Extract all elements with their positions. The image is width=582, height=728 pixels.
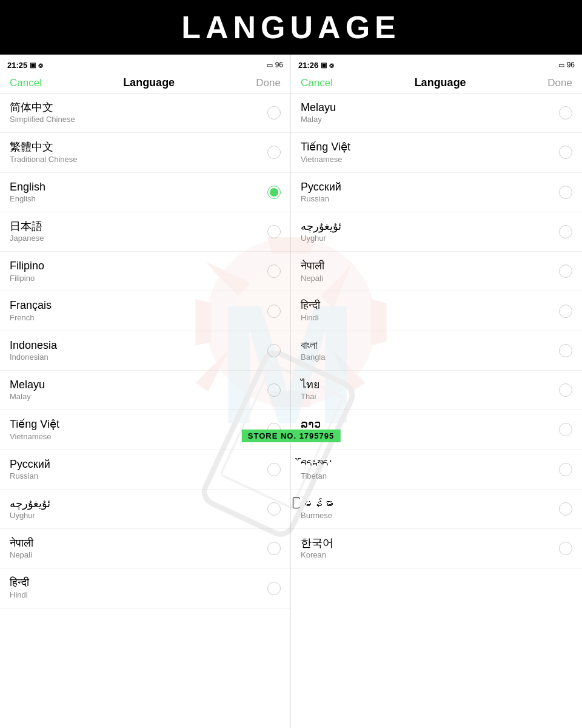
lang-text: 한국어 Korean xyxy=(301,536,333,561)
lang-sub: Malay xyxy=(10,392,45,402)
lang-text: ئۇيغۇرچە Uyghur xyxy=(301,220,341,244)
list-item[interactable]: Melayu Malay xyxy=(0,371,290,410)
list-item[interactable]: বাংলা Bangla xyxy=(291,331,582,371)
lang-name: ئۇيغۇرچە xyxy=(301,220,341,234)
lang-name: Melayu xyxy=(10,378,45,392)
radio-button[interactable] xyxy=(559,186,572,199)
panels-container: M STORE NO. 1795795 21:25 ▣ ⌾ ▭ 96 Cance… xyxy=(0,55,582,728)
lang-name: ລາວ xyxy=(301,417,321,431)
radio-button[interactable] xyxy=(267,146,281,159)
radio-button[interactable] xyxy=(267,305,281,318)
lang-text: हिन्दी Hindi xyxy=(10,576,29,600)
lang-text: ไทย Thai xyxy=(301,378,320,402)
lang-text: Русский Russian xyxy=(10,457,50,482)
list-item[interactable]: 简体中文 Simplified Chinese xyxy=(0,93,290,133)
lang-name: Русский xyxy=(10,457,50,471)
radio-button[interactable] xyxy=(559,502,572,516)
lang-name: Filipino xyxy=(10,259,44,273)
list-item[interactable]: 한국어 Korean xyxy=(291,529,582,568)
radio-button[interactable] xyxy=(267,106,281,120)
top-banner: LANGUAGE xyxy=(0,0,582,55)
lang-text: 简体中文 Simplified Chinese xyxy=(10,101,75,125)
radio-button[interactable] xyxy=(267,463,281,476)
list-item[interactable]: မြန်မာ Burmese xyxy=(291,490,582,529)
lang-sub: Nepali xyxy=(10,550,33,561)
radio-button[interactable] xyxy=(267,186,281,199)
radio-button[interactable] xyxy=(267,502,281,516)
lang-sub: Vietnamese xyxy=(301,155,350,165)
lang-sub: Traditional Chinese xyxy=(10,155,78,165)
right-battery-icon: ▭ xyxy=(558,61,564,69)
list-item[interactable]: हिन्दी Hindi xyxy=(0,568,290,608)
left-status-bar: 21:25 ▣ ⌾ ▭ 96 xyxy=(0,55,290,73)
list-item[interactable]: ئۇيغۇرچە Uyghur xyxy=(291,212,582,252)
lang-text: Tiếng Việt Vietnamese xyxy=(10,417,59,442)
lang-text: မြန်မာ Burmese xyxy=(301,497,333,521)
radio-button[interactable] xyxy=(559,305,572,318)
list-item[interactable]: Melayu Malay xyxy=(291,93,582,133)
radio-button[interactable] xyxy=(559,225,572,238)
radio-button[interactable] xyxy=(559,265,572,278)
radio-button[interactable] xyxy=(267,344,281,357)
right-status-bar: 21:26 ▣ ⌾ ▭ 96 xyxy=(291,55,582,73)
left-language-list: 简体中文 Simplified Chinese 繁體中文 Traditional… xyxy=(0,93,290,718)
lang-name: 日本語 xyxy=(10,220,44,234)
list-item[interactable]: ئۇيغۇرچە Uyghur xyxy=(0,490,290,529)
list-item[interactable]: ไทย Thai xyxy=(291,371,582,410)
list-item[interactable]: Tiếng Việt Vietnamese xyxy=(291,133,582,172)
right-status-time: 21:26 ▣ ⌾ xyxy=(298,61,334,70)
lang-text: ລາວ Lao xyxy=(301,417,321,442)
list-item[interactable]: हिन्दी Hindi xyxy=(291,291,582,331)
lang-name: བོད་སྐད་ xyxy=(301,457,333,471)
lang-sub: Filipino xyxy=(10,274,44,284)
list-item[interactable]: ລາວ Lao xyxy=(291,410,582,450)
radio-button[interactable] xyxy=(267,383,281,397)
lang-sub: Lao xyxy=(301,432,321,442)
radio-button[interactable] xyxy=(559,344,572,357)
lang-name: Français xyxy=(10,298,52,312)
radio-button[interactable] xyxy=(559,423,572,436)
radio-inner xyxy=(270,188,278,197)
lang-name: 简体中文 xyxy=(10,101,75,115)
list-item[interactable]: Русский Russian xyxy=(291,173,582,212)
left-cancel-button[interactable]: Cancel xyxy=(10,77,42,89)
lang-sub: Russian xyxy=(10,471,50,482)
lang-sub: Hindi xyxy=(301,313,320,323)
list-item[interactable]: Русский Russian xyxy=(0,450,290,490)
lang-text: नेपाली Nepali xyxy=(10,536,33,561)
list-item[interactable]: བོད་སྐད་ Tibetan xyxy=(291,450,582,490)
lang-name: မြန်မာ xyxy=(301,497,333,511)
list-item[interactable]: Français French xyxy=(0,291,290,331)
lang-name: Tiếng Việt xyxy=(10,417,59,431)
radio-button[interactable] xyxy=(267,265,281,278)
left-done-button[interactable]: Done xyxy=(256,77,281,89)
right-nav-bar: Cancel Language Done xyxy=(291,73,582,93)
radio-button[interactable] xyxy=(559,106,572,120)
list-item[interactable]: Indonesia Indonesian xyxy=(0,331,290,371)
list-item[interactable]: English English xyxy=(0,173,290,212)
radio-button[interactable] xyxy=(267,542,281,555)
radio-button[interactable] xyxy=(267,423,281,436)
list-item[interactable]: 日本語 Japanese xyxy=(0,212,290,252)
lang-name: 한국어 xyxy=(301,536,333,550)
list-item[interactable]: नेपाली Nepali xyxy=(291,252,582,291)
radio-button[interactable] xyxy=(267,225,281,238)
lang-name: English xyxy=(10,180,45,194)
right-cancel-button[interactable]: Cancel xyxy=(301,77,333,89)
radio-button[interactable] xyxy=(559,383,572,397)
list-item[interactable]: 繁體中文 Traditional Chinese xyxy=(0,133,290,172)
radio-button[interactable] xyxy=(559,146,572,159)
right-done-button[interactable]: Done xyxy=(547,77,572,89)
lang-sub: Uyghur xyxy=(10,511,50,521)
lang-sub: Indonesian xyxy=(10,352,57,363)
list-item[interactable]: Tiếng Việt Vietnamese xyxy=(0,410,290,450)
lang-text: Русский Russian xyxy=(301,180,341,204)
radio-button[interactable] xyxy=(559,542,572,555)
lang-text: Tiếng Việt Vietnamese xyxy=(301,140,350,164)
radio-button[interactable] xyxy=(267,582,281,595)
left-status-time: 21:25 ▣ ⌾ xyxy=(7,61,43,70)
list-item[interactable]: Filipino Filipino xyxy=(0,252,290,291)
list-item[interactable]: नेपाली Nepali xyxy=(0,529,290,568)
radio-button[interactable] xyxy=(559,463,572,476)
lang-name: Tiếng Việt xyxy=(301,140,350,154)
